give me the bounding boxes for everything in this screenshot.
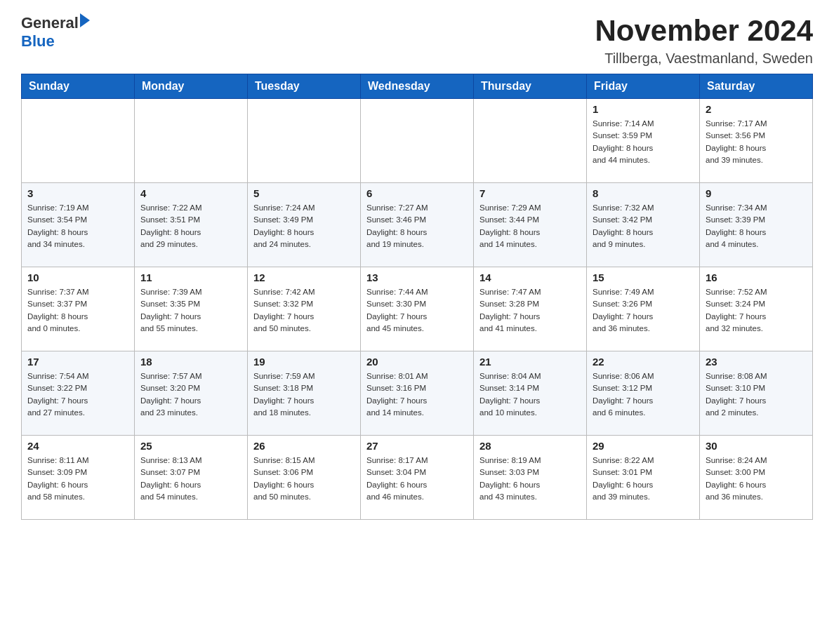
day-number: 2 — [706, 103, 807, 115]
calendar-cell: 20Sunrise: 8:01 AM Sunset: 3:16 PM Dayli… — [361, 351, 474, 436]
day-info: Sunrise: 8:15 AM Sunset: 3:06 PM Dayligh… — [253, 455, 355, 503]
header-sunday: Sunday — [22, 74, 135, 99]
header-tuesday: Tuesday — [248, 74, 361, 99]
week-row-3: 10Sunrise: 7:37 AM Sunset: 3:37 PM Dayli… — [22, 267, 813, 351]
day-number: 10 — [27, 271, 128, 283]
day-info: Sunrise: 7:22 AM Sunset: 3:51 PM Dayligh… — [140, 202, 241, 250]
day-info: Sunrise: 8:19 AM Sunset: 3:03 PM Dayligh… — [479, 455, 581, 503]
calendar-cell — [248, 99, 361, 183]
day-number: 11 — [140, 271, 241, 283]
day-info: Sunrise: 8:08 AM Sunset: 3:10 PM Dayligh… — [706, 370, 807, 419]
calendar-cell: 6Sunrise: 7:27 AM Sunset: 3:46 PM Daylig… — [361, 183, 474, 267]
calendar-cell: 13Sunrise: 7:44 AM Sunset: 3:30 PM Dayli… — [361, 267, 474, 351]
calendar-cell: 24Sunrise: 8:11 AM Sunset: 3:09 PM Dayli… — [22, 436, 135, 520]
day-number: 8 — [593, 187, 694, 199]
calendar-cell: 17Sunrise: 7:54 AM Sunset: 3:22 PM Dayli… — [22, 351, 135, 436]
day-info: Sunrise: 7:47 AM Sunset: 3:28 PM Dayligh… — [479, 286, 581, 335]
header-saturday: Saturday — [700, 74, 813, 99]
day-number: 17 — [27, 356, 128, 368]
calendar-cell: 15Sunrise: 7:49 AM Sunset: 3:26 PM Dayli… — [587, 267, 700, 351]
day-info: Sunrise: 7:59 AM Sunset: 3:18 PM Dayligh… — [253, 370, 355, 419]
calendar-cell — [361, 99, 474, 183]
day-info: Sunrise: 7:42 AM Sunset: 3:32 PM Dayligh… — [253, 286, 355, 335]
calendar-cell: 8Sunrise: 7:32 AM Sunset: 3:42 PM Daylig… — [587, 183, 700, 267]
day-number: 15 — [593, 271, 694, 283]
day-info: Sunrise: 7:27 AM Sunset: 3:46 PM Dayligh… — [366, 202, 468, 250]
day-info: Sunrise: 8:17 AM Sunset: 3:04 PM Dayligh… — [366, 455, 468, 503]
calendar-cell — [22, 99, 135, 183]
calendar-cell: 19Sunrise: 7:59 AM Sunset: 3:18 PM Dayli… — [248, 351, 361, 436]
calendar-cell: 12Sunrise: 7:42 AM Sunset: 3:32 PM Dayli… — [248, 267, 361, 351]
day-number: 23 — [706, 356, 807, 368]
logo-blue: Blue — [21, 32, 90, 51]
calendar-cell: 16Sunrise: 7:52 AM Sunset: 3:24 PM Dayli… — [700, 267, 813, 351]
day-number: 30 — [706, 440, 807, 452]
day-number: 7 — [479, 187, 581, 199]
day-info: Sunrise: 7:52 AM Sunset: 3:24 PM Dayligh… — [706, 286, 807, 335]
calendar-cell: 3Sunrise: 7:19 AM Sunset: 3:54 PM Daylig… — [22, 183, 135, 267]
calendar-cell: 26Sunrise: 8:15 AM Sunset: 3:06 PM Dayli… — [248, 436, 361, 520]
day-number: 20 — [366, 356, 468, 368]
calendar-cell: 29Sunrise: 8:22 AM Sunset: 3:01 PM Dayli… — [587, 436, 700, 520]
calendar-cell: 1Sunrise: 7:14 AM Sunset: 3:59 PM Daylig… — [587, 99, 700, 183]
week-row-1: 1Sunrise: 7:14 AM Sunset: 3:59 PM Daylig… — [22, 99, 813, 183]
calendar-cell: 21Sunrise: 8:04 AM Sunset: 3:14 PM Dayli… — [474, 351, 587, 436]
day-number: 25 — [140, 440, 241, 452]
header-friday: Friday — [587, 74, 700, 99]
day-info: Sunrise: 7:37 AM Sunset: 3:37 PM Dayligh… — [27, 286, 128, 335]
day-info: Sunrise: 8:01 AM Sunset: 3:16 PM Dayligh… — [366, 370, 468, 419]
day-info: Sunrise: 7:57 AM Sunset: 3:20 PM Dayligh… — [140, 370, 241, 419]
day-number: 26 — [253, 440, 355, 452]
day-number: 19 — [253, 356, 355, 368]
header-monday: Monday — [135, 74, 248, 99]
calendar-cell: 2Sunrise: 7:17 AM Sunset: 3:56 PM Daylig… — [700, 99, 813, 183]
header-wednesday: Wednesday — [361, 74, 474, 99]
location-title: Tillberga, Vaestmanland, Sweden — [595, 51, 813, 67]
calendar-cell: 11Sunrise: 7:39 AM Sunset: 3:35 PM Dayli… — [135, 267, 248, 351]
title-section: November 2024 Tillberga, Vaestmanland, S… — [595, 14, 813, 67]
day-number: 9 — [706, 187, 807, 199]
calendar-cell: 4Sunrise: 7:22 AM Sunset: 3:51 PM Daylig… — [135, 183, 248, 267]
day-info: Sunrise: 7:49 AM Sunset: 3:26 PM Dayligh… — [593, 286, 694, 335]
calendar-cell: 7Sunrise: 7:29 AM Sunset: 3:44 PM Daylig… — [474, 183, 587, 267]
day-number: 16 — [706, 271, 807, 283]
calendar-header-row: SundayMondayTuesdayWednesdayThursdayFrid… — [22, 74, 813, 99]
calendar-cell: 23Sunrise: 8:08 AM Sunset: 3:10 PM Dayli… — [700, 351, 813, 436]
day-number: 29 — [593, 440, 694, 452]
day-info: Sunrise: 7:34 AM Sunset: 3:39 PM Dayligh… — [706, 202, 807, 250]
day-info: Sunrise: 7:14 AM Sunset: 3:59 PM Dayligh… — [593, 118, 694, 166]
day-info: Sunrise: 7:29 AM Sunset: 3:44 PM Dayligh… — [479, 202, 581, 250]
calendar-cell — [135, 99, 248, 183]
day-info: Sunrise: 8:06 AM Sunset: 3:12 PM Dayligh… — [593, 370, 694, 419]
calendar-cell: 25Sunrise: 8:13 AM Sunset: 3:07 PM Dayli… — [135, 436, 248, 520]
week-row-4: 17Sunrise: 7:54 AM Sunset: 3:22 PM Dayli… — [22, 351, 813, 436]
day-number: 6 — [366, 187, 468, 199]
day-info: Sunrise: 7:32 AM Sunset: 3:42 PM Dayligh… — [593, 202, 694, 250]
logo: General Blue — [21, 14, 90, 51]
month-title: November 2024 — [595, 14, 813, 48]
week-row-2: 3Sunrise: 7:19 AM Sunset: 3:54 PM Daylig… — [22, 183, 813, 267]
calendar-cell: 22Sunrise: 8:06 AM Sunset: 3:12 PM Dayli… — [587, 351, 700, 436]
day-number: 12 — [253, 271, 355, 283]
day-info: Sunrise: 7:24 AM Sunset: 3:49 PM Dayligh… — [253, 202, 355, 250]
day-info: Sunrise: 8:13 AM Sunset: 3:07 PM Dayligh… — [140, 455, 241, 503]
calendar-cell: 28Sunrise: 8:19 AM Sunset: 3:03 PM Dayli… — [474, 436, 587, 520]
day-number: 13 — [366, 271, 468, 283]
calendar-cell: 18Sunrise: 7:57 AM Sunset: 3:20 PM Dayli… — [135, 351, 248, 436]
day-number: 4 — [140, 187, 241, 199]
calendar-cell: 30Sunrise: 8:24 AM Sunset: 3:00 PM Dayli… — [700, 436, 813, 520]
day-number: 28 — [479, 440, 581, 452]
day-number: 3 — [27, 187, 128, 199]
day-info: Sunrise: 7:17 AM Sunset: 3:56 PM Dayligh… — [706, 118, 807, 166]
logo-triangle-icon — [80, 13, 90, 27]
day-info: Sunrise: 7:44 AM Sunset: 3:30 PM Dayligh… — [366, 286, 468, 335]
day-number: 24 — [27, 440, 128, 452]
header-thursday: Thursday — [474, 74, 587, 99]
day-info: Sunrise: 8:22 AM Sunset: 3:01 PM Dayligh… — [593, 455, 694, 503]
day-info: Sunrise: 8:04 AM Sunset: 3:14 PM Dayligh… — [479, 370, 581, 419]
page-header: General Blue November 2024 Tillberga, Va… — [21, 14, 813, 67]
day-info: Sunrise: 7:54 AM Sunset: 3:22 PM Dayligh… — [27, 370, 128, 419]
day-info: Sunrise: 8:24 AM Sunset: 3:00 PM Dayligh… — [706, 455, 807, 503]
calendar-cell — [474, 99, 587, 183]
day-number: 18 — [140, 356, 241, 368]
